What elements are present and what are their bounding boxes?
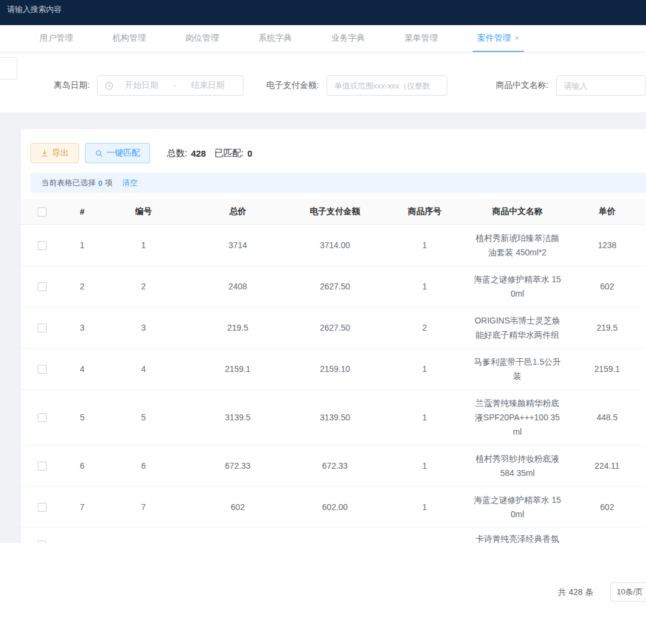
case-table: # 编号 总价 电子支付金额 商品序号 商品中文名称 单价 1 1 3714 3… <box>21 199 646 544</box>
clear-selection-link[interactable]: 清空 <box>122 178 138 188</box>
total-label: 总数: <box>167 148 187 159</box>
cell-code: 1 <box>102 224 185 265</box>
table-row[interactable]: 7 7 602 602.00 1 海蓝之谜修护精萃水 150ml 602 <box>21 486 646 527</box>
row-checkbox[interactable] <box>38 323 47 332</box>
row-checkbox[interactable] <box>38 503 47 512</box>
cell-epay-amount: 3714.00 <box>290 224 380 265</box>
cell-product-name: 植村秀新琥珀臻萃洁颜油套装 450ml*2 <box>470 224 565 265</box>
total-value: 428 <box>191 148 206 158</box>
export-button[interactable]: 导出 <box>31 143 79 163</box>
global-search-input[interactable]: 请输入搜索内容 <box>7 5 62 14</box>
row-checkbox[interactable] <box>38 413 47 422</box>
cell-total-price: 1988.48 <box>185 527 290 544</box>
row-checkbox-cell <box>21 445 63 486</box>
matched-label: 已匹配: <box>214 148 243 159</box>
row-checkbox[interactable] <box>38 462 47 471</box>
cell-index: 7 <box>63 486 102 527</box>
tab-label: 用户管理 <box>39 33 73 44</box>
tab-label: 业务字典 <box>331 33 365 44</box>
cell-unit-price: 602 <box>565 265 646 307</box>
cell-product-seq: 2 <box>380 307 470 348</box>
cell-index: 8 <box>63 527 102 544</box>
cell-epay-amount: 3139.50 <box>290 389 380 445</box>
row-checkbox-cell <box>21 527 63 544</box>
table-row[interactable]: 1 1 3714 3714.00 1 植村秀新琥珀臻萃洁颜油套装 450ml*2… <box>21 224 646 265</box>
page-size-select[interactable]: 10条/页 <box>610 582 646 602</box>
tab-user-management[interactable]: 用户管理 <box>35 25 78 52</box>
table-header-row: # 编号 总价 电子支付金额 商品序号 商品中文名称 单价 <box>21 199 646 224</box>
table-row[interactable]: 6 6 672.33 672.33 1 植村秀羽纱持妆粉底液 584 35ml … <box>21 445 646 486</box>
product-name-input[interactable] <box>556 75 646 96</box>
row-checkbox-cell <box>21 486 63 527</box>
cell-unit-price: 219.5 <box>565 307 646 348</box>
start-date-placeholder[interactable]: 开始日期 <box>114 80 170 91</box>
tab-bar: 用户管理 机构管理 岗位管理 系统字典 业务字典 菜单管理 案件管理 × <box>0 25 646 53</box>
row-checkbox[interactable] <box>38 241 47 250</box>
cell-epay-amount: 602.00 <box>290 486 380 527</box>
cell-product-name: 卡诗菁纯亮泽经典香氛 <box>470 527 565 544</box>
col-header-unit: 单价 <box>565 199 646 224</box>
export-label: 导出 <box>52 148 69 158</box>
tab-system-dict[interactable]: 系统字典 <box>254 25 297 52</box>
table-row[interactable]: 8 8 1988.48 1988.48 1 卡诗菁纯亮泽经典香氛 498.11 <box>21 527 646 544</box>
cell-unit-price: 602 <box>565 486 646 527</box>
row-checkbox[interactable] <box>38 365 47 374</box>
payment-amount-input[interactable] <box>327 75 447 96</box>
tab-case-management[interactable]: 案件管理 × <box>473 25 524 52</box>
table-row[interactable]: 2 2 2408 2627.50 1 海蓝之谜修护精萃水 150ml 602 <box>21 265 646 307</box>
match-stats: 总数: 428 已匹配: 0 <box>167 148 252 159</box>
cell-product-name: 海蓝之谜修护精萃水 150ml <box>470 486 565 527</box>
row-checkbox[interactable] <box>38 282 47 291</box>
cell-total-price: 3714 <box>185 224 290 265</box>
cell-product-seq: 1 <box>380 486 470 527</box>
tab-label: 机构管理 <box>112 33 146 44</box>
row-checkbox-cell <box>21 307 63 348</box>
cell-total-price: 3139.5 <box>185 389 290 445</box>
cell-index: 4 <box>63 348 102 389</box>
search-icon <box>95 149 103 157</box>
cell-unit-price: 448.5 <box>565 389 646 445</box>
table-row[interactable]: 3 3 219.5 2627.50 2 ORIGINS韦博士灵芝焕能好底子精华水… <box>21 307 646 348</box>
cell-code: 4 <box>102 348 185 389</box>
tab-post-management[interactable]: 岗位管理 <box>181 25 224 52</box>
cell-unit-price: 224.11 <box>565 445 646 486</box>
matched-value: 0 <box>247 148 252 158</box>
tab-business-dict[interactable]: 业务字典 <box>327 25 370 52</box>
table-row[interactable]: 4 4 2159.1 2159.10 1 马爹利蓝带干邑1.5公升装 2159.… <box>21 348 646 389</box>
table-row[interactable]: 5 5 3139.5 3139.50 1 兰蔻菁纯臻颜精华粉底液SPF20PA+… <box>21 389 646 445</box>
col-header-code: 编号 <box>102 199 185 224</box>
selection-info-bar: 当前表格已选择 0 项 清空 <box>31 173 646 193</box>
tab-org-management[interactable]: 机构管理 <box>108 25 151 52</box>
tab-label: 菜单管理 <box>404 33 438 44</box>
cell-code: 3 <box>102 307 185 348</box>
selection-suffix: 项 <box>105 178 112 188</box>
table-body: 1 1 3714 3714.00 1 植村秀新琥珀臻萃洁颜油套装 450ml*2… <box>21 224 646 544</box>
tab-label: 案件管理 <box>477 33 511 44</box>
selection-prefix: 当前表格已选择 <box>41 178 96 188</box>
cell-product-seq: 1 <box>380 265 470 307</box>
pagination-total: 共 428 条 <box>558 587 593 598</box>
cell-code: 6 <box>102 445 185 486</box>
selection-count: 0 <box>96 179 105 188</box>
table-toolbar: 导出 一键匹配 总数: 428 已匹配: 0 <box>21 143 646 163</box>
cell-product-name: 兰蔻菁纯臻颜精华粉底液SPF20PA+++100 35ml <box>470 389 565 445</box>
header-checkbox-cell <box>21 199 63 224</box>
one-click-match-button[interactable]: 一键匹配 <box>85 143 150 163</box>
cell-product-name: 植村秀羽纱持妆粉底液 584 35ml <box>470 445 565 486</box>
cell-epay-amount: 2159.10 <box>290 348 380 389</box>
end-date-placeholder[interactable]: 结束日期 <box>179 80 236 91</box>
date-range-input[interactable]: 开始日期 - 结束日期 <box>97 75 243 96</box>
cell-product-name: 马爹利蓝带干邑1.5公升装 <box>470 348 565 389</box>
cell-total-price: 602 <box>185 486 290 527</box>
cell-code: 5 <box>102 389 185 445</box>
cell-product-seq: 1 <box>380 527 470 544</box>
col-header-name: 商品中文名称 <box>470 199 565 224</box>
cell-total-price: 219.5 <box>185 307 290 348</box>
filter-section: 离岛日期: 开始日期 - 结束日期 电子支付金额: 商品中文名称: <box>0 53 646 112</box>
select-all-checkbox[interactable] <box>38 207 47 216</box>
tab-menu-management[interactable]: 菜单管理 <box>400 25 443 52</box>
payment-filter-label: 电子支付金额: <box>266 80 319 91</box>
cell-total-price: 2159.1 <box>185 348 290 389</box>
cell-unit-price: 2159.1 <box>565 348 646 389</box>
close-icon[interactable]: × <box>514 33 519 42</box>
